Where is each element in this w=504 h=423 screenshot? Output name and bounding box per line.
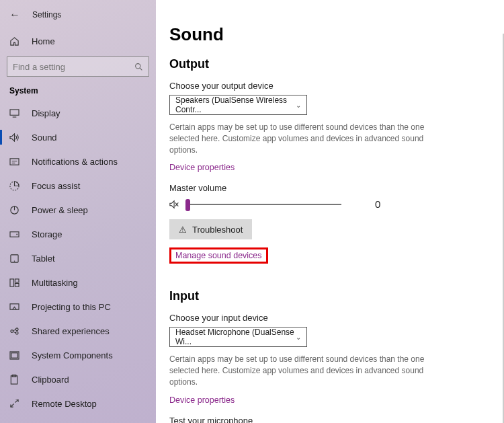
svg-point-0 bbox=[136, 63, 140, 68]
sidebar-item-power-sleep[interactable]: Power & sleep bbox=[0, 198, 156, 222]
output-troubleshoot-button[interactable]: ⚠ Troubleshoot bbox=[169, 219, 252, 239]
output-heading: Output bbox=[169, 57, 484, 71]
sidebar-item-tablet[interactable]: Tablet bbox=[0, 246, 156, 270]
input-device-value: Headset Microphone (DualSense Wi... bbox=[175, 328, 296, 346]
svg-rect-23 bbox=[11, 352, 17, 357]
sidebar-item-multitasking[interactable]: Multitasking bbox=[0, 270, 156, 295]
svg-line-1 bbox=[140, 68, 142, 70]
clipboard-icon bbox=[9, 374, 19, 385]
power-icon bbox=[9, 204, 19, 215]
notifications-icon bbox=[9, 156, 19, 167]
back-icon[interactable]: ← bbox=[9, 9, 20, 21]
output-device-select[interactable]: Speakers (DualSense Wireless Contr... ⌄ bbox=[169, 95, 307, 115]
svg-line-27 bbox=[10, 403, 13, 407]
master-volume-slider[interactable] bbox=[185, 204, 341, 205]
window-title: Settings bbox=[32, 10, 61, 20]
shared-icon bbox=[9, 325, 19, 336]
speaker-mute-icon[interactable] bbox=[169, 200, 180, 209]
input-device-properties-link[interactable]: Device properties bbox=[169, 395, 235, 405]
svg-rect-15 bbox=[15, 278, 19, 282]
sidebar-item-optional-features[interactable]: Optional features bbox=[0, 416, 156, 423]
output-manage-devices-link[interactable]: Manage sound devices bbox=[169, 247, 268, 264]
chevron-down-icon: ⌄ bbox=[296, 334, 301, 341]
svg-point-13 bbox=[13, 260, 14, 261]
home-icon bbox=[9, 36, 19, 46]
sidebar-item-label: Storage bbox=[32, 229, 62, 239]
svg-line-28 bbox=[15, 399, 18, 403]
sidebar-item-label: Clipboard bbox=[32, 375, 69, 385]
svg-rect-4 bbox=[10, 158, 19, 164]
tablet-icon bbox=[9, 253, 19, 264]
svg-point-19 bbox=[15, 328, 18, 330]
sidebar-item-label: Shared experiences bbox=[32, 326, 110, 336]
display-icon bbox=[9, 108, 19, 118]
sidebar-item-label: Display bbox=[32, 108, 60, 118]
focus-icon bbox=[9, 180, 19, 191]
input-choose-label: Choose your input device bbox=[169, 313, 484, 323]
home-nav[interactable]: Home bbox=[0, 30, 156, 52]
sidebar-item-focus-assist[interactable]: Focus assist bbox=[0, 174, 156, 198]
sidebar-item-display[interactable]: Display bbox=[0, 101, 156, 125]
multitasking-icon bbox=[9, 277, 19, 288]
svg-point-18 bbox=[10, 330, 13, 332]
sidebar-item-notifications-actions[interactable]: Notifications & actions bbox=[0, 149, 156, 174]
output-troubleshoot-label: Troubleshoot bbox=[192, 225, 243, 235]
page-title: Sound bbox=[169, 24, 484, 45]
chevron-down-icon: ⌄ bbox=[296, 102, 301, 109]
sidebar-item-label: Remote Desktop bbox=[32, 399, 97, 409]
section-heading: System bbox=[0, 83, 156, 101]
warning-icon: ⚠ bbox=[179, 225, 187, 235]
input-heading: Input bbox=[169, 289, 484, 303]
nav-list: DisplaySoundNotifications & actionsFocus… bbox=[0, 101, 156, 423]
sound-icon bbox=[9, 132, 19, 143]
search-icon bbox=[134, 63, 143, 71]
sidebar-item-projecting-to-this-pc[interactable]: Projecting to this PC bbox=[0, 295, 156, 319]
sidebar-item-label: Projecting to this PC bbox=[32, 302, 111, 312]
sidebar-item-remote-desktop[interactable]: Remote Desktop bbox=[0, 391, 156, 416]
output-help-text: Certain apps may be set up to use differ… bbox=[169, 122, 452, 155]
sidebar-item-label: Tablet bbox=[32, 254, 55, 264]
slider-thumb[interactable] bbox=[185, 199, 190, 211]
output-device-properties-link[interactable]: Device properties bbox=[169, 163, 235, 172]
svg-rect-2 bbox=[10, 109, 19, 114]
sidebar-item-label: Multitasking bbox=[32, 278, 78, 288]
master-volume-label: Master volume bbox=[169, 183, 484, 193]
storage-icon bbox=[9, 229, 19, 239]
sidebar-item-clipboard[interactable]: Clipboard bbox=[0, 367, 156, 391]
sidebar-item-system-components[interactable]: System Components bbox=[0, 343, 156, 367]
remote-icon bbox=[9, 398, 19, 409]
sidebar-item-sound[interactable]: Sound bbox=[0, 125, 156, 149]
svg-line-22 bbox=[13, 332, 15, 332]
output-device-value: Speakers (DualSense Wireless Contr... bbox=[175, 95, 296, 114]
master-volume-value: 0 bbox=[375, 198, 380, 210]
sidebar-item-storage[interactable]: Storage bbox=[0, 222, 156, 246]
sidebar-item-label: Sound bbox=[32, 132, 57, 143]
svg-line-21 bbox=[13, 330, 15, 330]
test-mic-label: Test your microphone bbox=[169, 416, 484, 423]
sidebar-item-label: System Components bbox=[32, 350, 113, 360]
output-choose-label: Choose your output device bbox=[169, 81, 484, 91]
content-pane: Sound Output Choose your output device S… bbox=[156, 0, 504, 423]
projecting-icon bbox=[9, 301, 19, 312]
search-box[interactable] bbox=[7, 56, 149, 77]
components-icon bbox=[9, 350, 19, 360]
sidebar: ← Settings Home System DisplaySoundNotif… bbox=[0, 0, 156, 423]
search-input[interactable] bbox=[13, 62, 134, 72]
input-help-text: Certain apps may be set up to use differ… bbox=[169, 354, 452, 387]
sidebar-item-label: Focus assist bbox=[32, 181, 80, 191]
svg-point-20 bbox=[15, 332, 18, 334]
sidebar-item-label: Notifications & actions bbox=[32, 157, 118, 167]
input-device-select[interactable]: Headset Microphone (DualSense Wi... ⌄ bbox=[169, 327, 307, 347]
sidebar-item-shared-experiences[interactable]: Shared experiences bbox=[0, 319, 156, 343]
svg-rect-14 bbox=[10, 278, 14, 286]
svg-rect-16 bbox=[15, 283, 19, 286]
home-label: Home bbox=[32, 36, 55, 46]
svg-point-11 bbox=[16, 233, 17, 235]
sidebar-item-label: Power & sleep bbox=[32, 205, 88, 215]
